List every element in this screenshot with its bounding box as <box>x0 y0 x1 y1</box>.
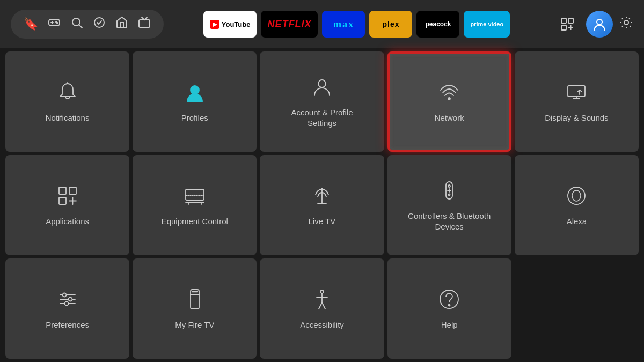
settings-grid: Notifications Profiles Account & Profile… <box>0 48 644 362</box>
svg-point-17 <box>191 86 199 94</box>
equipment-control-tile[interactable]: Equipment Control <box>133 155 257 255</box>
nav-apps: ▶ YouTube NETFLIX max plex peacock prime… <box>169 11 544 38</box>
svg-point-19 <box>448 98 450 100</box>
max-app[interactable]: max <box>322 11 365 38</box>
preferences-label: Preferences <box>46 320 89 330</box>
antenna-icon <box>310 184 334 210</box>
svg-line-57 <box>322 302 325 309</box>
svg-rect-20 <box>568 86 585 97</box>
alexa-tile[interactable]: Alexa <box>515 155 639 255</box>
svg-point-38 <box>448 185 450 187</box>
network-tile[interactable]: Network <box>387 51 511 152</box>
svg-point-7 <box>94 18 104 27</box>
wifi-icon <box>437 80 461 106</box>
alexa-label: Alexa <box>567 216 587 227</box>
youtube-app[interactable]: ▶ YouTube <box>203 11 257 38</box>
netflix-app[interactable]: NETFLIX <box>261 11 318 38</box>
svg-rect-11 <box>561 25 566 30</box>
bell-icon <box>56 80 79 106</box>
svg-rect-10 <box>568 18 573 23</box>
network-label: Network <box>435 113 464 123</box>
preferences-tile[interactable]: Preferences <box>5 258 129 359</box>
svg-rect-24 <box>59 187 66 194</box>
nav-right <box>555 11 633 38</box>
svg-point-18 <box>318 80 326 87</box>
applications-tile[interactable]: Applications <box>5 155 129 255</box>
notifications-label: Notifications <box>46 113 90 123</box>
svg-line-6 <box>79 25 83 28</box>
controllers-bluetooth-tile[interactable]: Controllers & Bluetooth Devices <box>387 155 511 255</box>
nav-icons-left: 🔖 <box>11 10 164 39</box>
svg-point-15 <box>624 20 628 25</box>
help-icon <box>437 287 461 313</box>
help-tile[interactable]: Help <box>387 258 511 359</box>
sliders-icon <box>56 287 79 313</box>
controllers-bluetooth-label: Controllers & Bluetooth Devices <box>406 211 492 232</box>
peacock-app[interactable]: peacock <box>416 11 459 38</box>
tv-equipment-icon <box>183 184 207 210</box>
fire-remote-icon <box>183 287 207 313</box>
accessibility-icon <box>310 287 334 313</box>
display-sounds-tile[interactable]: Display & Sounds <box>515 51 639 152</box>
svg-point-36 <box>321 188 323 190</box>
svg-rect-29 <box>186 189 204 200</box>
svg-rect-50 <box>191 290 199 309</box>
svg-rect-25 <box>59 197 66 204</box>
svg-point-59 <box>449 304 450 306</box>
settings-icon[interactable] <box>619 16 633 33</box>
live-tv-tile[interactable]: Live TV <box>260 155 384 255</box>
display-sounds-label: Display & Sounds <box>545 113 608 123</box>
svg-rect-8 <box>139 20 150 27</box>
search-icon[interactable] <box>70 16 83 32</box>
svg-point-4 <box>57 23 58 24</box>
account-settings-tile[interactable]: Account & Profile Settings <box>260 51 384 152</box>
home-icon[interactable] <box>115 16 128 32</box>
svg-point-49 <box>64 301 68 305</box>
my-fire-tv-label: My Fire TV <box>175 320 214 330</box>
svg-line-56 <box>319 302 322 309</box>
display-icon <box>565 80 588 106</box>
remote-icon <box>437 179 461 204</box>
gamepad-icon[interactable] <box>48 16 61 32</box>
live-tv-label: Live TV <box>309 216 336 227</box>
tv-icon[interactable] <box>138 16 151 32</box>
svg-point-43 <box>572 190 581 201</box>
bookmark-icon[interactable]: 🔖 <box>24 17 38 31</box>
equipment-control-label: Equipment Control <box>162 216 228 227</box>
accessibility-label: Accessibility <box>300 320 344 330</box>
account-settings-label: Account & Profile Settings <box>282 107 362 128</box>
check-icon[interactable] <box>93 16 106 32</box>
svg-rect-26 <box>69 187 76 194</box>
svg-point-48 <box>68 297 72 301</box>
accessibility-tile[interactable]: Accessibility <box>260 258 384 359</box>
help-label: Help <box>441 320 458 330</box>
profiles-tile[interactable]: Profiles <box>133 51 257 152</box>
grid-apps-icon[interactable] <box>555 12 580 36</box>
svg-point-42 <box>568 187 585 204</box>
svg-point-53 <box>320 290 324 293</box>
svg-rect-9 <box>561 18 566 23</box>
notifications-tile[interactable]: Notifications <box>5 51 129 152</box>
my-fire-tv-tile[interactable]: My Fire TV <box>133 258 257 359</box>
alexa-icon <box>565 184 588 210</box>
account-icon <box>310 75 334 101</box>
profiles-label: Profiles <box>181 113 208 123</box>
profile-teal-icon <box>183 80 207 106</box>
svg-point-14 <box>597 19 602 25</box>
profile-avatar[interactable] <box>586 11 613 38</box>
applications-label: Applications <box>46 216 89 227</box>
svg-point-41 <box>449 194 450 196</box>
nav-bar: 🔖 <box>0 0 644 48</box>
primevideo-app[interactable]: prime video <box>464 11 510 38</box>
svg-point-47 <box>62 293 66 297</box>
apps-icon <box>56 184 79 210</box>
plex-app[interactable]: plex <box>369 11 412 38</box>
